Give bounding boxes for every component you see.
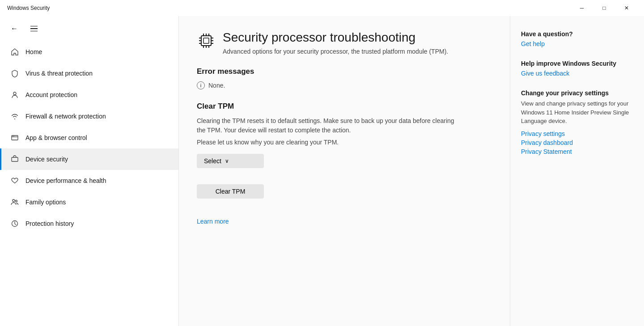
processor-icon: [197, 31, 216, 54]
clear-prompt: Please let us know why you are clearing …: [197, 139, 492, 146]
page-subtitle: Advanced options for your security proce…: [223, 47, 448, 56]
sidebar-item-virus-label: Virus & threat protection: [25, 70, 93, 77]
sidebar-item-virus[interactable]: Virus & threat protection: [0, 63, 178, 84]
sidebar-item-history[interactable]: Protection history: [0, 213, 178, 234]
svg-point-2: [13, 136, 13, 136]
select-label: Select: [204, 157, 221, 165]
svg-point-5: [13, 199, 15, 202]
clear-tpm-button[interactable]: Clear TPM: [197, 184, 264, 199]
improve-heading: Help improve Windows Security: [521, 60, 633, 67]
page-title: Security processor troubleshooting: [223, 30, 448, 45]
sidebar-top: ←: [0, 16, 178, 41]
sidebar-item-history-label: Protection history: [25, 220, 74, 227]
feedback-link[interactable]: Give us feedback: [521, 70, 633, 77]
health-icon: [10, 176, 19, 185]
question-heading: Have a question?: [521, 30, 633, 38]
chevron-down-icon: ∨: [225, 158, 229, 164]
sidebar-item-home[interactable]: Home: [0, 41, 178, 63]
title-bar: Windows Security ─ □ ✕: [0, 0, 644, 16]
back-icon: ←: [11, 25, 18, 33]
learn-more-link[interactable]: Learn more: [197, 218, 229, 225]
privacy-dashboard-link[interactable]: Privacy dashboard: [521, 139, 633, 146]
sidebar-item-appbrowser-label: App & browser control: [25, 134, 87, 141]
sidebar: ← Home Virus & threat: [0, 16, 179, 326]
window-controls: ─ □ ✕: [572, 1, 637, 15]
sidebar-item-devicehealth-label: Device performance & health: [25, 177, 106, 184]
close-button[interactable]: ✕: [616, 1, 637, 15]
svg-rect-9: [203, 38, 209, 43]
sidebar-item-home-label: Home: [25, 48, 42, 55]
svg-rect-8: [201, 36, 211, 46]
right-panel: Have a question? Get help Help improve W…: [510, 16, 644, 326]
clear-tpm-title: Clear TPM: [197, 102, 492, 111]
ham-line-1: [30, 26, 38, 27]
svg-point-0: [13, 92, 16, 95]
error-section: Error messages i None.: [197, 67, 492, 89]
privacy-heading: Change your privacy settings: [521, 89, 633, 97]
page-header: Security processor troubleshooting Advan…: [197, 30, 492, 56]
privacy-statement-link[interactable]: Privacy Statement: [521, 148, 633, 155]
question-section: Have a question? Get help: [521, 30, 633, 47]
page-header-text: Security processor troubleshooting Advan…: [223, 30, 448, 56]
get-help-link[interactable]: Get help: [521, 40, 633, 47]
sidebar-item-devicehealth[interactable]: Device performance & health: [0, 170, 178, 191]
wifi-icon: [10, 112, 19, 121]
family-icon: [10, 198, 19, 207]
privacy-description: View and change privacy settings for you…: [521, 99, 633, 126]
privacy-section: Change your privacy settings View and ch…: [521, 89, 633, 155]
ham-line-2: [30, 28, 38, 29]
svg-point-3: [13, 136, 14, 136]
app-body: ← Home Virus & threat: [0, 16, 644, 326]
maximize-button[interactable]: □: [594, 1, 614, 15]
info-icon: i: [197, 81, 205, 89]
hamburger-button[interactable]: [27, 21, 41, 36]
minimize-button[interactable]: ─: [572, 1, 592, 15]
sidebar-item-devicesecurity-label: Device security: [25, 156, 68, 163]
home-icon: [10, 47, 19, 56]
error-value: None.: [208, 82, 225, 89]
history-icon: [10, 219, 19, 228]
svg-point-6: [16, 200, 17, 202]
sidebar-item-family[interactable]: Family options: [0, 191, 178, 213]
error-value-box: i None.: [197, 81, 492, 89]
sidebar-item-account[interactable]: Account protection: [0, 84, 178, 106]
svg-rect-4: [12, 157, 18, 161]
sidebar-item-family-label: Family options: [25, 199, 66, 206]
sidebar-item-firewall-label: Firewall & network protection: [25, 113, 106, 120]
devicesecurity-icon: [10, 155, 19, 164]
clear-tpm-btn-label: Clear TPM: [216, 188, 246, 195]
sidebar-item-account-label: Account protection: [25, 91, 77, 98]
select-button[interactable]: Select ∨: [197, 154, 264, 168]
clear-description: Clearing the TPM resets it to default se…: [197, 116, 456, 135]
clear-tpm-section: Clear TPM Clearing the TPM resets it to …: [197, 102, 492, 225]
appbrowser-icon: [10, 133, 19, 142]
person-icon: [10, 90, 19, 99]
privacy-settings-link[interactable]: Privacy settings: [521, 130, 633, 137]
main-content: Security processor troubleshooting Advan…: [179, 16, 510, 326]
ham-line-3: [30, 31, 38, 32]
app-title: Windows Security: [7, 5, 50, 11]
sidebar-item-appbrowser[interactable]: App & browser control: [0, 127, 178, 148]
shield-icon: [10, 69, 19, 78]
improve-section: Help improve Windows Security Give us fe…: [521, 60, 633, 77]
back-button[interactable]: ←: [7, 21, 21, 36]
sidebar-item-devicesecurity[interactable]: Device security: [0, 148, 178, 170]
error-section-title: Error messages: [197, 67, 492, 76]
sidebar-item-firewall[interactable]: Firewall & network protection: [0, 106, 178, 127]
